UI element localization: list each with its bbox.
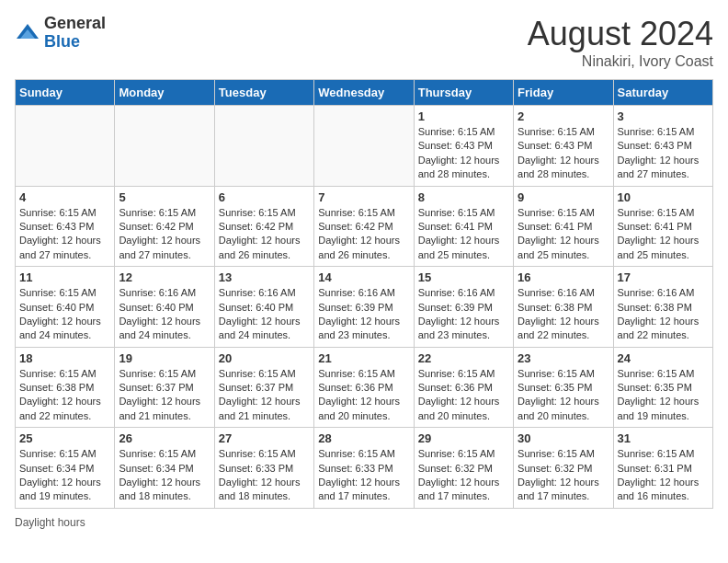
day-number: 28 [318, 431, 409, 445]
calendar-day-cell: 3Sunrise: 6:15 AMSunset: 6:43 PMDaylight… [613, 106, 712, 187]
calendar-day-cell: 7Sunrise: 6:15 AMSunset: 6:42 PMDaylight… [314, 186, 414, 267]
logo-icon [15, 20, 40, 46]
calendar-day-cell: 10Sunrise: 6:15 AMSunset: 6:41 PMDayligh… [613, 186, 712, 267]
day-info: Sunrise: 6:15 AMSunset: 6:42 PMDaylight:… [219, 206, 310, 263]
calendar-day-header: Thursday [414, 80, 513, 106]
calendar-day-cell: 15Sunrise: 6:16 AMSunset: 6:39 PMDayligh… [414, 267, 513, 348]
calendar-day-cell: 23Sunrise: 6:15 AMSunset: 6:35 PMDayligh… [514, 347, 613, 428]
day-info: Sunrise: 6:16 AMSunset: 6:38 PMDaylight:… [618, 286, 709, 343]
day-number: 3 [618, 109, 709, 123]
calendar-day-cell: 14Sunrise: 6:16 AMSunset: 6:39 PMDayligh… [314, 267, 414, 348]
day-number: 18 [19, 351, 110, 365]
day-info: Sunrise: 6:15 AMSunset: 6:42 PMDaylight:… [318, 206, 409, 263]
title-block: August 2024 Ninakiri, Ivory Coast [528, 15, 713, 70]
calendar-day-cell: 29Sunrise: 6:15 AMSunset: 6:32 PMDayligh… [414, 428, 513, 509]
calendar-day-cell: 8Sunrise: 6:15 AMSunset: 6:41 PMDaylight… [414, 186, 513, 267]
day-info: Sunrise: 6:15 AMSunset: 6:37 PMDaylight:… [219, 367, 310, 424]
day-number: 9 [518, 190, 609, 204]
day-number: 15 [418, 270, 509, 284]
day-number: 26 [119, 431, 210, 445]
calendar-footer: Daylight hours [15, 516, 713, 529]
day-number: 2 [518, 109, 609, 123]
day-info: Sunrise: 6:15 AMSunset: 6:43 PMDaylight:… [618, 125, 709, 182]
day-info: Sunrise: 6:15 AMSunset: 6:41 PMDaylight:… [418, 206, 509, 263]
calendar-day-header: Wednesday [314, 80, 414, 106]
calendar-day-cell: 30Sunrise: 6:15 AMSunset: 6:32 PMDayligh… [514, 428, 613, 509]
day-info: Sunrise: 6:15 AMSunset: 6:40 PMDaylight:… [19, 286, 110, 343]
day-info: Sunrise: 6:15 AMSunset: 6:34 PMDaylight:… [19, 447, 110, 504]
day-number: 17 [618, 270, 709, 284]
day-number: 30 [518, 431, 609, 445]
day-number: 25 [19, 431, 110, 445]
day-info: Sunrise: 6:15 AMSunset: 6:43 PMDaylight:… [418, 125, 509, 182]
day-number: 27 [219, 431, 310, 445]
calendar-week-row: 4Sunrise: 6:15 AMSunset: 6:43 PMDaylight… [16, 186, 713, 267]
calendar-day-cell: 11Sunrise: 6:15 AMSunset: 6:40 PMDayligh… [16, 267, 115, 348]
page-title: August 2024 [528, 15, 713, 53]
day-info: Sunrise: 6:15 AMSunset: 6:35 PMDaylight:… [518, 367, 609, 424]
day-number: 4 [19, 190, 110, 204]
calendar-day-cell [314, 106, 414, 187]
day-info: Sunrise: 6:15 AMSunset: 6:32 PMDaylight:… [518, 447, 609, 504]
calendar-day-cell: 9Sunrise: 6:15 AMSunset: 6:41 PMDaylight… [514, 186, 613, 267]
calendar-day-header: Friday [514, 80, 613, 106]
calendar-day-cell: 5Sunrise: 6:15 AMSunset: 6:42 PMDaylight… [115, 186, 214, 267]
calendar-table: SundayMondayTuesdayWednesdayThursdayFrid… [15, 79, 713, 509]
day-info: Sunrise: 6:15 AMSunset: 6:36 PMDaylight:… [418, 367, 509, 424]
calendar-day-cell: 18Sunrise: 6:15 AMSunset: 6:38 PMDayligh… [16, 347, 115, 428]
calendar-day-cell: 12Sunrise: 6:16 AMSunset: 6:40 PMDayligh… [115, 267, 214, 348]
day-info: Sunrise: 6:16 AMSunset: 6:39 PMDaylight:… [318, 286, 409, 343]
day-info: Sunrise: 6:15 AMSunset: 6:41 PMDaylight:… [618, 206, 709, 263]
calendar-day-cell: 19Sunrise: 6:15 AMSunset: 6:37 PMDayligh… [115, 347, 214, 428]
day-number: 24 [618, 351, 709, 365]
day-number: 10 [618, 190, 709, 204]
calendar-day-cell: 2Sunrise: 6:15 AMSunset: 6:43 PMDaylight… [514, 106, 613, 187]
day-info: Sunrise: 6:16 AMSunset: 6:40 PMDaylight:… [119, 286, 210, 343]
day-info: Sunrise: 6:15 AMSunset: 6:42 PMDaylight:… [119, 206, 210, 263]
calendar-day-header: Sunday [16, 80, 115, 106]
day-number: 19 [119, 351, 210, 365]
calendar-day-cell: 28Sunrise: 6:15 AMSunset: 6:33 PMDayligh… [314, 428, 414, 509]
calendar-header-row: SundayMondayTuesdayWednesdayThursdayFrid… [16, 80, 713, 106]
calendar-day-cell: 6Sunrise: 6:15 AMSunset: 6:42 PMDaylight… [214, 186, 313, 267]
day-info: Sunrise: 6:15 AMSunset: 6:33 PMDaylight:… [318, 447, 409, 504]
calendar-day-cell [16, 106, 115, 187]
calendar-week-row: 1Sunrise: 6:15 AMSunset: 6:43 PMDaylight… [16, 106, 713, 187]
day-number: 31 [618, 431, 709, 445]
calendar-day-cell: 31Sunrise: 6:15 AMSunset: 6:31 PMDayligh… [613, 428, 712, 509]
calendar-day-cell: 25Sunrise: 6:15 AMSunset: 6:34 PMDayligh… [16, 428, 115, 509]
day-info: Sunrise: 6:15 AMSunset: 6:33 PMDaylight:… [219, 447, 310, 504]
day-number: 22 [418, 351, 509, 365]
calendar-week-row: 18Sunrise: 6:15 AMSunset: 6:38 PMDayligh… [16, 347, 713, 428]
logo-blue: Blue [44, 32, 80, 51]
calendar-day-cell [115, 106, 214, 187]
day-number: 5 [119, 190, 210, 204]
calendar-day-cell: 13Sunrise: 6:16 AMSunset: 6:40 PMDayligh… [214, 267, 313, 348]
page-subtitle: Ninakiri, Ivory Coast [528, 53, 713, 70]
day-info: Sunrise: 6:15 AMSunset: 6:41 PMDaylight:… [518, 206, 609, 263]
calendar-day-cell: 1Sunrise: 6:15 AMSunset: 6:43 PMDaylight… [414, 106, 513, 187]
day-number: 14 [318, 270, 409, 284]
day-number: 29 [418, 431, 509, 445]
calendar-day-header: Tuesday [214, 80, 313, 106]
day-number: 12 [119, 270, 210, 284]
calendar-day-header: Saturday [613, 80, 712, 106]
calendar-day-cell: 20Sunrise: 6:15 AMSunset: 6:37 PMDayligh… [214, 347, 313, 428]
day-info: Sunrise: 6:15 AMSunset: 6:38 PMDaylight:… [19, 367, 110, 424]
calendar-day-cell: 21Sunrise: 6:15 AMSunset: 6:36 PMDayligh… [314, 347, 414, 428]
calendar-day-cell: 22Sunrise: 6:15 AMSunset: 6:36 PMDayligh… [414, 347, 513, 428]
day-number: 8 [418, 190, 509, 204]
calendar-day-cell: 4Sunrise: 6:15 AMSunset: 6:43 PMDaylight… [16, 186, 115, 267]
logo-text: General Blue [44, 15, 106, 52]
page-header: General Blue August 2024 Ninakiri, Ivory… [15, 15, 713, 70]
day-info: Sunrise: 6:16 AMSunset: 6:40 PMDaylight:… [219, 286, 310, 343]
calendar-day-cell [214, 106, 313, 187]
daylight-label: Daylight hours [15, 516, 85, 529]
day-number: 16 [518, 270, 609, 284]
day-number: 20 [219, 351, 310, 365]
calendar-day-cell: 16Sunrise: 6:16 AMSunset: 6:38 PMDayligh… [514, 267, 613, 348]
day-info: Sunrise: 6:15 AMSunset: 6:32 PMDaylight:… [418, 447, 509, 504]
calendar-day-cell: 24Sunrise: 6:15 AMSunset: 6:35 PMDayligh… [613, 347, 712, 428]
day-number: 6 [219, 190, 310, 204]
day-info: Sunrise: 6:15 AMSunset: 6:43 PMDaylight:… [19, 206, 110, 263]
